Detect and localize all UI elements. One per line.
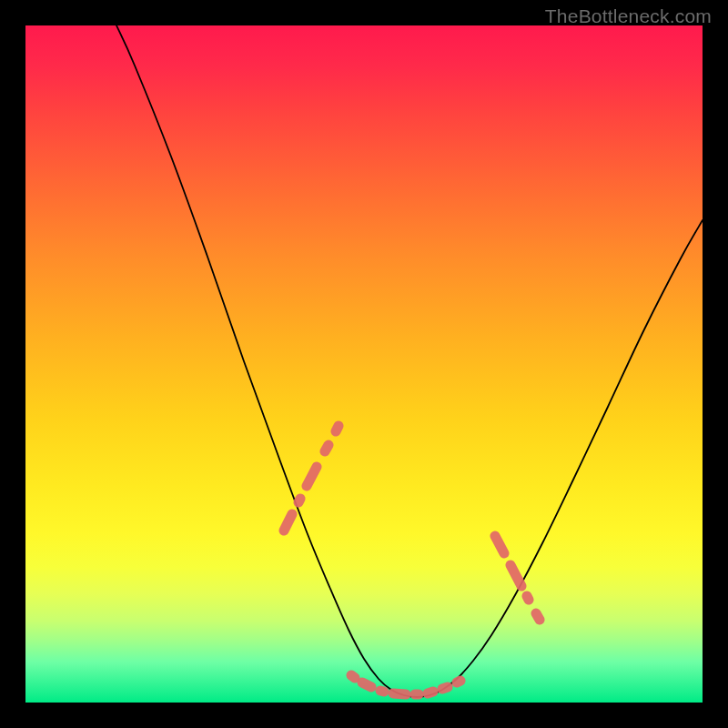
dash-segment xyxy=(325,445,329,451)
dash-segment xyxy=(336,426,339,431)
dash-segment xyxy=(536,613,540,620)
dash-segment xyxy=(393,693,406,694)
dash-segment xyxy=(527,596,529,600)
dash-group-right xyxy=(495,536,540,620)
dash-segment xyxy=(362,682,371,687)
dash-segment xyxy=(298,499,300,502)
dash-segment xyxy=(380,691,384,692)
dash-segment xyxy=(442,687,448,689)
chart-frame: TheBottleneck.com xyxy=(0,0,728,728)
dash-group-bottom xyxy=(351,675,460,694)
dash-segment xyxy=(351,675,355,678)
plot-area xyxy=(25,25,703,703)
bottleneck-curve xyxy=(116,25,703,697)
watermark-text: TheBottleneck.com xyxy=(545,5,712,27)
dash-segment xyxy=(511,565,521,586)
dash-segment xyxy=(495,536,504,553)
dash-segment xyxy=(457,681,460,682)
dash-segment xyxy=(284,514,292,531)
dash-segment xyxy=(428,692,433,693)
curve-svg xyxy=(25,25,703,703)
dash-segment xyxy=(307,467,317,486)
dash-group-left xyxy=(284,426,339,531)
